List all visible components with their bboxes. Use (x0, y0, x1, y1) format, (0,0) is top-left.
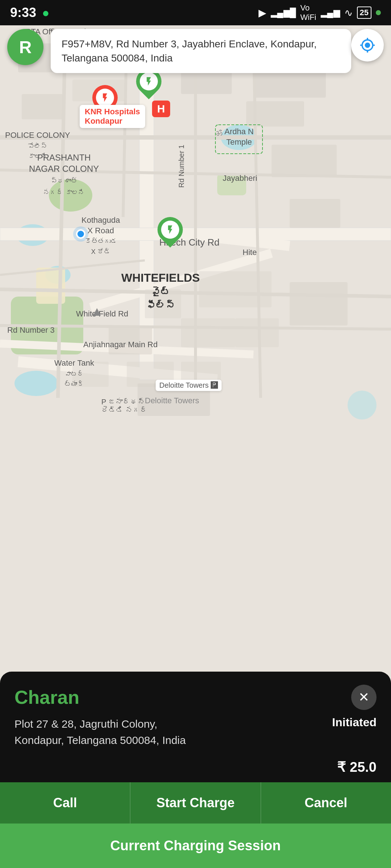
call-button[interactable]: Call (0, 782, 130, 824)
vo-wifi-label: VoWiFi (300, 3, 316, 22)
status-right: ▶ ▂▄▆█ VoWiFi ▂▄▆ ∿ 25 (258, 3, 381, 22)
svg-point-6 (348, 391, 377, 420)
current-location-dot (76, 229, 85, 239)
close-icon: ✕ (358, 690, 369, 705)
map-label-watertank: Water Tankవాటర్ట్యాంక్ (54, 358, 94, 389)
status-left: 9:33 ● (10, 5, 50, 20)
card-header: Charan ✕ Plot 27 & 28, Jagruthi Colony,K… (0, 672, 391, 756)
start-charge-button[interactable]: Start Charge (130, 782, 261, 824)
hospital-label: KNR HospitalsKondapur (80, 105, 145, 128)
wifi-icon: ∿ (344, 7, 353, 19)
map-label-hite: Hite (243, 248, 257, 257)
arrow-up-icon: ▲ (91, 304, 104, 319)
svg-rect-24 (290, 199, 340, 228)
card-address: Plot 27 & 28, Jagruthi Colony,Kondapur, … (14, 716, 325, 748)
deloitte-label: Deloitte Towers 🅿 (156, 380, 222, 391)
card-title-row: Charan ✕ (14, 685, 377, 710)
status-bar: 9:33 ● ▶ ▂▄▆█ VoWiFi ▂▄▆ ∿ 25 (0, 0, 391, 25)
signal-icon: ▂▄▆█ (271, 8, 296, 18)
map-label-p-janardhana: P జనార్థన్రెడ్డి నగర్ (101, 398, 148, 414)
avatar-letter: R (19, 37, 32, 57)
map-label-rdnumber3: Rd Number 3 (7, 326, 55, 335)
map-label-prashanth: PRASHANTHNAGAR COLONYప్రశాంత్నగర్ కాలని (29, 152, 99, 197)
current-charging-session-button[interactable]: Current Charging Session (0, 824, 391, 868)
map-label-anjia: Anjiahnagar Main Rd (83, 340, 157, 349)
my-location-button[interactable] (351, 29, 384, 61)
close-button[interactable]: ✕ (351, 685, 377, 710)
map-label-whitefields: WHITEFIELDSవైట్ఫీల్స్ (121, 271, 200, 311)
action-buttons-row: Call Start Charge Cancel (0, 782, 391, 824)
svg-rect-30 (181, 318, 235, 347)
bottom-card: Charan ✕ Plot 27 & 28, Jagruthi Colony,K… (0, 672, 391, 868)
om-symbol: ॐ (216, 128, 222, 138)
search-bar: F957+M8V, Rd Number 3, Jayabheri Enclave… (51, 29, 351, 73)
whatsapp-icon: ● (42, 6, 50, 20)
svg-rect-25 (199, 271, 272, 307)
map-label-kothaguda: KothagudaX Roadకొత్తగుడX రోడ్ (81, 215, 120, 256)
avatar-button[interactable]: R (7, 29, 43, 65)
svg-rect-46 (215, 125, 262, 154)
card-price: ₹ 25.0 (0, 756, 391, 782)
search-address: F957+M8V, Rd Number 3, Jayabheri Enclave… (62, 38, 317, 64)
svg-point-5 (14, 371, 58, 396)
map-label-jayabheri: Jayabheri (223, 174, 257, 183)
svg-rect-31 (235, 318, 279, 347)
status-time: 9:33 (10, 5, 36, 20)
location-arrow-icon: ▶ (258, 7, 266, 19)
temple-boundary (214, 123, 264, 156)
svg-rect-19 (22, 94, 65, 119)
map-label-rd1: Rd Number 1 (177, 145, 186, 188)
cancel-button[interactable]: Cancel (261, 782, 391, 824)
hospital-h-badge: H (152, 101, 170, 117)
svg-rect-26 (290, 282, 348, 326)
battery-level: 25 (360, 8, 369, 17)
battery-dot (376, 10, 381, 15)
card-address-row: Plot 27 & 28, Jagruthi Colony,Kondapur, … (14, 716, 377, 748)
svg-text:Deloitte Towers: Deloitte Towers (145, 396, 199, 405)
map-pin-green-bottom[interactable] (157, 217, 183, 242)
battery-indicator: 25 (357, 7, 371, 19)
signal2-icon: ▂▄▆ (321, 8, 340, 18)
card-title: Charan (14, 686, 79, 708)
card-status: Initiated (332, 716, 377, 729)
svg-rect-23 (272, 145, 337, 177)
